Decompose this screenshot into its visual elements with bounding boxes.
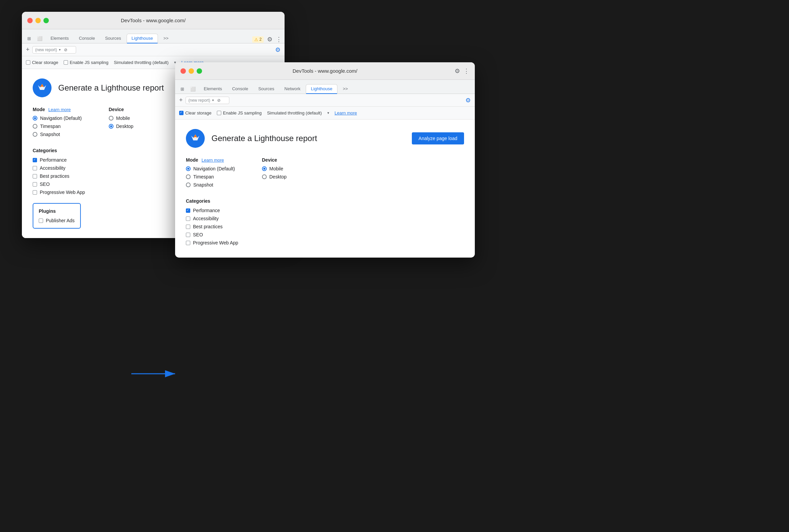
device-mobile-radio-1[interactable] xyxy=(109,116,113,120)
cancel-icon-1[interactable]: ⊘ xyxy=(64,48,67,52)
tab-more-2[interactable]: >> xyxy=(338,84,353,94)
settings-icon-2[interactable]: ⚙ xyxy=(455,67,460,75)
mode-label-2: Mode xyxy=(186,157,198,163)
close-button-1[interactable] xyxy=(27,18,33,23)
enable-js-option-2[interactable]: Enable JS sampling xyxy=(217,111,262,115)
mode-navigation-radio-2[interactable] xyxy=(186,166,191,171)
learn-more-link-2[interactable]: Learn more xyxy=(335,111,357,115)
device-mobile-2[interactable]: Mobile xyxy=(262,166,286,171)
cat-accessibility-label-2: Accessibility xyxy=(193,216,219,221)
cat-accessibility-checkbox-2[interactable] xyxy=(186,216,190,221)
cat-seo-checkbox-1[interactable] xyxy=(33,182,37,187)
mode-device-row-2: Mode Learn more Navigation (Default) Tim… xyxy=(186,157,464,190)
clear-storage-checkbox-1[interactable] xyxy=(26,60,30,65)
plugins-section-1: Plugins Publisher Ads xyxy=(33,203,81,229)
maximize-button-1[interactable] xyxy=(43,18,49,23)
mode-navigation-radio-1[interactable] xyxy=(33,116,37,120)
minimize-button-2[interactable] xyxy=(189,68,194,74)
gear-icon-1[interactable]: ⚙ xyxy=(275,46,281,54)
minimize-button-1[interactable] xyxy=(35,18,41,23)
tab-sources-2[interactable]: Sources xyxy=(253,84,279,94)
cat-pwa-2[interactable]: Progressive Web App xyxy=(186,240,464,245)
tab-network-2[interactable]: Network xyxy=(280,84,305,94)
mode-snapshot-radio-1[interactable] xyxy=(33,132,37,137)
tab-elements-1[interactable]: Elements xyxy=(46,34,73,43)
add-report-icon-1[interactable]: + xyxy=(26,46,30,53)
mode-timespan-radio-2[interactable] xyxy=(186,174,191,179)
mode-timespan-radio-1[interactable] xyxy=(33,124,37,129)
mode-learn-more-1[interactable]: Learn more xyxy=(49,107,71,112)
mode-navigation-1[interactable]: Navigation (Default) xyxy=(33,115,82,121)
add-report-icon-2[interactable]: + xyxy=(179,97,183,104)
mode-snapshot-label-2: Snapshot xyxy=(193,182,213,188)
cat-best-practices-2[interactable]: Best practices xyxy=(186,224,464,229)
gear-icon-2[interactable]: ⚙ xyxy=(465,97,471,104)
mode-navigation-2[interactable]: Navigation (Default) xyxy=(186,166,235,171)
tab-lighthouse-1[interactable]: Lighthouse xyxy=(127,34,158,43)
mode-navigation-label-1: Navigation (Default) xyxy=(40,115,82,121)
clear-storage-label-2: Clear storage xyxy=(185,111,211,115)
device-desktop-2[interactable]: Desktop xyxy=(262,174,286,179)
more-icon-2[interactable]: ⋮ xyxy=(463,67,469,75)
toolbar-1: + (new report) ▾ ⊘ ⚙ xyxy=(22,43,285,56)
dropdown-arrow-2: ▾ xyxy=(212,98,214,102)
report-placeholder-1: (new report) xyxy=(35,48,57,52)
device-icon-2[interactable]: ⬜ xyxy=(188,84,198,94)
cat-best-practices-checkbox-2[interactable] xyxy=(186,225,190,229)
report-input-1[interactable]: (new report) ▾ ⊘ xyxy=(32,46,76,54)
tab-sources-1[interactable]: Sources xyxy=(100,34,126,43)
device-desktop-1[interactable]: Desktop xyxy=(109,124,133,129)
plugin-publisher-ads-label-1: Publisher Ads xyxy=(46,218,75,223)
mode-timespan-2[interactable]: Timespan xyxy=(186,174,235,179)
tab-console-1[interactable]: Console xyxy=(74,34,100,43)
inspector-icon-1[interactable]: ⊞ xyxy=(24,34,34,43)
tab-more-1[interactable]: >> xyxy=(158,34,173,43)
cat-best-practices-label-1: Best practices xyxy=(40,173,69,179)
throttling-dropdown-icon-2[interactable]: ▾ xyxy=(327,111,329,115)
cat-pwa-checkbox-2[interactable] xyxy=(186,241,190,245)
maximize-button-2[interactable] xyxy=(197,68,202,74)
clear-storage-option-1[interactable]: Clear storage xyxy=(26,60,58,65)
tab-console-2[interactable]: Console xyxy=(227,84,253,94)
device-mobile-1[interactable]: Mobile xyxy=(109,115,133,121)
cat-pwa-checkbox-1[interactable] xyxy=(33,190,37,195)
settings-icon-1[interactable]: ⚙ xyxy=(267,36,273,43)
device-mobile-radio-2[interactable] xyxy=(262,166,267,171)
cat-seo-2[interactable]: SEO xyxy=(186,232,464,238)
plugin-publisher-ads-1[interactable]: Publisher Ads xyxy=(39,218,75,223)
inspector-icon-2[interactable]: ⊞ xyxy=(178,84,187,94)
cat-performance-checkbox-1[interactable] xyxy=(33,158,37,162)
close-button-2[interactable] xyxy=(181,68,186,74)
clear-storage-option-2[interactable]: Clear storage xyxy=(179,111,211,115)
cat-seo-checkbox-2[interactable] xyxy=(186,233,190,237)
mode-snapshot-2[interactable]: Snapshot xyxy=(186,182,235,188)
cat-accessibility-checkbox-1[interactable] xyxy=(33,166,37,170)
cat-performance-2[interactable]: Performance xyxy=(186,208,464,213)
cat-performance-checkbox-2[interactable] xyxy=(186,208,190,213)
mode-learn-more-2[interactable]: Learn more xyxy=(202,157,224,163)
more-icon-1[interactable]: ⋮ xyxy=(276,36,282,43)
device-icon-1[interactable]: ⬜ xyxy=(34,34,45,43)
mode-snapshot-1[interactable]: Snapshot xyxy=(33,132,82,137)
cancel-icon-2[interactable]: ⊘ xyxy=(217,98,221,103)
plugin-publisher-ads-checkbox-1[interactable] xyxy=(39,218,43,223)
enable-js-checkbox-1[interactable] xyxy=(64,60,68,65)
enable-js-checkbox-2[interactable] xyxy=(217,111,221,115)
mode-timespan-1[interactable]: Timespan xyxy=(33,124,82,129)
dropdown-arrow-1: ▾ xyxy=(59,48,61,52)
enable-js-label-2: Enable JS sampling xyxy=(223,111,262,115)
device-mobile-label-1: Mobile xyxy=(116,115,130,121)
clear-storage-checkbox-2[interactable] xyxy=(179,111,184,115)
tab-elements-2[interactable]: Elements xyxy=(199,84,227,94)
report-placeholder-2: (new report) xyxy=(189,98,210,103)
report-input-2[interactable]: (new report) ▾ ⊘ xyxy=(186,97,229,104)
device-desktop-radio-2[interactable] xyxy=(262,174,267,179)
cat-accessibility-2[interactable]: Accessibility xyxy=(186,216,464,221)
cat-best-practices-checkbox-1[interactable] xyxy=(33,174,37,178)
enable-js-option-1[interactable]: Enable JS sampling xyxy=(64,60,109,65)
mode-snapshot-radio-2[interactable] xyxy=(186,183,191,187)
analyze-button-2[interactable]: Analyze page load xyxy=(412,132,464,145)
tab-lighthouse-2[interactable]: Lighthouse xyxy=(306,84,337,94)
device-desktop-radio-1[interactable] xyxy=(109,124,113,129)
throttling-label-1: Simulated throttling (default) xyxy=(114,60,169,65)
